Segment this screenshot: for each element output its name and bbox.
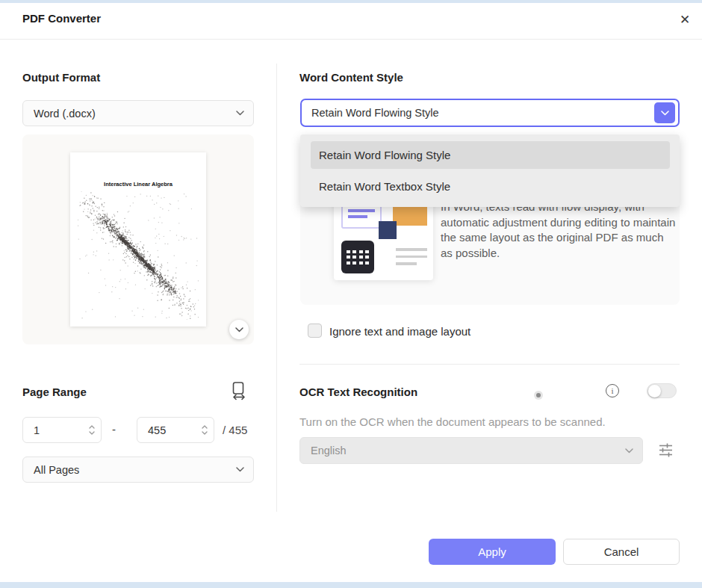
total-pages-text: / 455: [223, 424, 247, 436]
word-content-style-label: Word Content Style: [299, 71, 403, 84]
cancel-button[interactable]: Cancel: [563, 539, 680, 565]
ocr-settings-icon[interactable]: [658, 442, 674, 458]
thumbnail-doc-title: Interactive Linear Algebra: [70, 181, 206, 188]
mouse-cursor-dot: [536, 393, 541, 397]
scatter-plot-image: [78, 191, 199, 320]
column-divider: [276, 64, 277, 512]
illustration-navy-block: [379, 221, 397, 239]
stepper-down-icon[interactable]: [202, 431, 208, 435]
ocr-hint-text: Turn on the OCR when the document appear…: [299, 415, 606, 428]
page-from-stepper: [89, 425, 95, 435]
output-format-label: Output Format: [22, 71, 100, 84]
illustration-gray-lines: [396, 248, 427, 270]
output-format-value: Word (.docx): [34, 108, 236, 120]
page-to-field[interactable]: [137, 417, 214, 443]
ocr-language-value: English: [311, 445, 625, 457]
page-to-input[interactable]: [140, 424, 202, 436]
menu-option-flowing-style[interactable]: Retain Word Flowing Style: [311, 141, 670, 169]
chevron-down-icon: [236, 111, 244, 116]
toggle-knob: [648, 385, 661, 397]
page-range-label: Page Range: [22, 386, 87, 398]
close-button[interactable]: ✕: [675, 10, 695, 29]
pdf-converter-dialog: PDF Converter ✕ Output Format Word (.doc…: [0, 0, 702, 588]
word-style-dropdown-menu: Retain Word Flowing Style Retain Word Te…: [300, 134, 680, 207]
chevron-down-icon: [236, 467, 244, 472]
page-range-separator: -: [112, 423, 116, 436]
page-from-field[interactable]: [22, 417, 102, 443]
pdf-page-thumbnail: Interactive Linear Algebra: [70, 152, 206, 327]
chevron-down-icon: [235, 327, 243, 332]
chevron-down-icon: [625, 448, 633, 454]
ocr-language-select[interactable]: English: [299, 437, 643, 464]
close-icon: ✕: [680, 12, 690, 28]
style-description-text: In Word, texts read with flow display, w…: [441, 199, 678, 261]
stepper-down-icon[interactable]: [89, 431, 95, 435]
ocr-toggle[interactable]: [647, 383, 677, 398]
ignore-layout-label[interactable]: Ignore text and image layout: [329, 325, 470, 338]
ignore-layout-checkbox[interactable]: [308, 324, 322, 338]
info-icon[interactable]: i: [606, 384, 619, 397]
preview-expand-button[interactable]: [229, 320, 249, 339]
page-range-icon[interactable]: [230, 381, 248, 400]
word-style-select[interactable]: Retain Word Flowing Style: [300, 99, 680, 127]
word-style-value: Retain Word Flowing Style: [311, 107, 654, 119]
ocr-label: OCR Text Recognition: [299, 386, 417, 398]
stepper-up-icon[interactable]: [89, 425, 95, 429]
page-to-stepper: [202, 425, 208, 435]
illustration-calendar-block: [341, 241, 374, 273]
apply-button[interactable]: Apply: [429, 539, 556, 565]
stepper-up-icon[interactable]: [202, 425, 208, 429]
section-divider: [299, 364, 680, 365]
page-from-input[interactable]: [26, 424, 89, 436]
menu-option-textbox-style[interactable]: Retain Word Textbox Style: [311, 173, 670, 200]
chevron-down-icon: [661, 111, 669, 116]
word-style-dropdown-button[interactable]: [654, 102, 675, 123]
info-icon-glyph: i: [611, 386, 613, 395]
pages-mode-select[interactable]: All Pages: [22, 457, 254, 483]
dialog-title: PDF Converter: [22, 12, 101, 25]
pages-mode-value: All Pages: [34, 464, 236, 476]
output-format-select[interactable]: Word (.docx): [22, 100, 254, 126]
header-divider: [0, 39, 702, 40]
